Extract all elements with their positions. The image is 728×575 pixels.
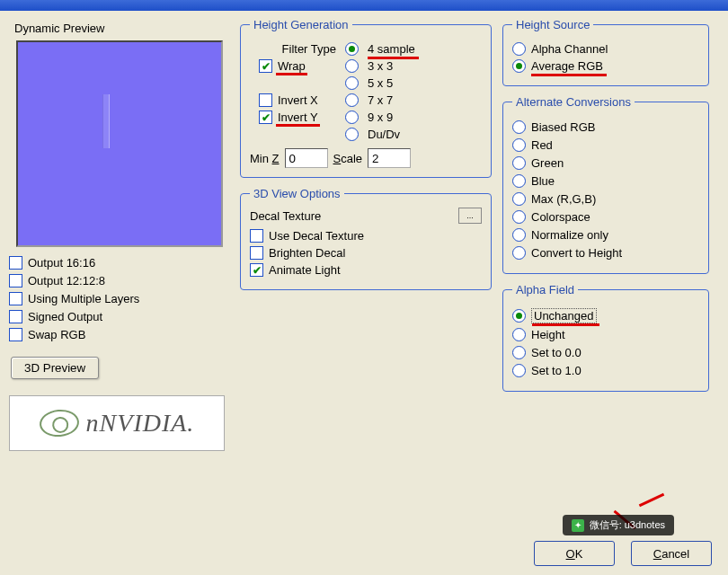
radio-average-rgb[interactable] bbox=[512, 59, 526, 73]
radio-unchanged[interactable] bbox=[512, 309, 526, 323]
label-output-1616: Output 16:16 bbox=[28, 256, 95, 270]
decal-texture-label: Decal Texture bbox=[250, 209, 321, 223]
height-source-legend: Height Source bbox=[512, 18, 593, 31]
checkbox-swap-rgb[interactable] bbox=[9, 328, 22, 341]
radio-red[interactable] bbox=[512, 138, 526, 152]
radio-5x5[interactable] bbox=[345, 76, 359, 90]
watermark: ✦ 微信号: u3dnotes bbox=[563, 515, 674, 535]
radio-biased-rgb[interactable] bbox=[512, 120, 526, 134]
view3d-legend: 3D View Options bbox=[250, 187, 344, 200]
ok-button[interactable]: OK bbox=[534, 541, 615, 566]
alpha-field-legend: Alpha Field bbox=[512, 283, 578, 296]
nvidia-logo: nNVIDIA. bbox=[9, 395, 225, 451]
label-convert-height: Convert to Height bbox=[531, 246, 622, 260]
label-invert-y: Invert Y bbox=[278, 111, 318, 124]
checkbox-invert-x[interactable] bbox=[259, 93, 272, 107]
checkbox-animate-light[interactable] bbox=[250, 263, 263, 277]
label-colorspace: Colorspace bbox=[531, 210, 590, 224]
height-source-group: Height Source Alpha Channel Average RGB bbox=[502, 18, 709, 86]
height-generation-group: Height Generation Filter Type 4 sample W… bbox=[240, 18, 492, 178]
preview-canvas bbox=[16, 40, 223, 247]
checkbox-output-1616[interactable] bbox=[9, 256, 22, 270]
label-invert-x: Invert X bbox=[278, 93, 318, 107]
label-dudv: Du/Dv bbox=[368, 128, 400, 141]
label-multi-layers: Using Multiple Layers bbox=[28, 292, 139, 305]
label-wrap: Wrap bbox=[278, 59, 306, 73]
label-7x7: 7 x 7 bbox=[368, 93, 393, 107]
minz-input[interactable] bbox=[285, 148, 328, 168]
radio-height[interactable] bbox=[512, 328, 526, 341]
radio-3x3[interactable] bbox=[345, 59, 359, 73]
label-average-rgb: Average RGB bbox=[531, 59, 603, 73]
checkbox-wrap[interactable] bbox=[259, 59, 272, 73]
radio-alpha-channel[interactable] bbox=[512, 42, 526, 56]
alpha-field-group: Alpha Field Unchanged Height Set to 0.0 … bbox=[502, 283, 709, 392]
label-height: Height bbox=[531, 328, 565, 341]
label-biased-rgb: Biased RGB bbox=[531, 120, 596, 134]
radio-green[interactable] bbox=[512, 156, 526, 170]
radio-dudv[interactable] bbox=[345, 128, 359, 141]
radio-set-1[interactable] bbox=[512, 364, 526, 377]
radio-normalize[interactable] bbox=[512, 228, 526, 242]
label-normalize: Normalize only bbox=[531, 228, 608, 242]
label-set-1: Set to 1.0 bbox=[531, 364, 582, 377]
label-output-12128: Output 12:12:8 bbox=[28, 274, 105, 288]
checkbox-signed-output[interactable] bbox=[9, 310, 22, 323]
label-set-0: Set to 0.0 bbox=[531, 346, 582, 359]
scale-input[interactable] bbox=[368, 148, 411, 168]
label-swap-rgb: Swap RGB bbox=[28, 328, 85, 341]
label-3x3: 3 x 3 bbox=[368, 59, 393, 73]
checkbox-use-decal[interactable] bbox=[250, 229, 263, 243]
radio-set-0[interactable] bbox=[512, 346, 526, 359]
radio-7x7[interactable] bbox=[345, 93, 359, 107]
nvidia-text: nNVIDIA. bbox=[86, 409, 195, 438]
alternate-conversions-legend: Alternate Conversions bbox=[512, 95, 635, 109]
label-9x9: 9 x 9 bbox=[368, 111, 393, 124]
nvidia-eye-icon bbox=[38, 408, 79, 438]
preview-label: Dynamic Preview bbox=[14, 22, 229, 35]
label-5x5: 5 x 5 bbox=[368, 76, 393, 90]
label-use-decal: Use Decal Texture bbox=[269, 229, 364, 243]
checkbox-invert-y[interactable] bbox=[259, 111, 272, 124]
minz-label: Min Z bbox=[250, 152, 280, 165]
label-alpha-channel: Alpha Channel bbox=[531, 42, 608, 56]
watermark-text: 微信号: u3dnotes bbox=[590, 518, 665, 532]
label-max-rgb: Max (R,G,B) bbox=[531, 192, 596, 206]
radio-colorspace[interactable] bbox=[512, 210, 526, 224]
scale-label: Scale bbox=[333, 152, 363, 165]
alternate-conversions-group: Alternate Conversions Biased RGB Red Gre… bbox=[502, 95, 709, 274]
radio-9x9[interactable] bbox=[345, 111, 359, 124]
preview-3d-button[interactable]: 3D Preview bbox=[11, 357, 99, 379]
label-animate-light: Animate Light bbox=[269, 263, 341, 277]
checkbox-multi-layers[interactable] bbox=[9, 292, 22, 305]
titlebar bbox=[0, 0, 728, 11]
radio-blue[interactable] bbox=[512, 174, 526, 188]
annotation-stroke bbox=[639, 493, 664, 507]
radio-convert-height[interactable] bbox=[512, 246, 526, 260]
label-red: Red bbox=[531, 138, 553, 152]
decal-browse-button[interactable]: ... bbox=[458, 208, 482, 224]
checkbox-brighten-decal[interactable] bbox=[250, 246, 263, 260]
label-unchanged: Unchanged bbox=[531, 308, 597, 323]
label-blue: Blue bbox=[531, 174, 555, 188]
height-generation-legend: Height Generation bbox=[250, 18, 352, 31]
label-brighten-decal: Brighten Decal bbox=[269, 246, 345, 260]
cancel-button[interactable]: Cancel bbox=[631, 541, 712, 566]
label-4-sample: 4 sample bbox=[368, 42, 415, 56]
wechat-icon: ✦ bbox=[572, 519, 584, 532]
view3d-group: 3D View Options Decal Texture ... Use De… bbox=[240, 187, 492, 290]
filter-type-label: Filter Type bbox=[250, 42, 336, 56]
radio-4-sample[interactable] bbox=[345, 42, 359, 56]
label-signed-output: Signed Output bbox=[28, 310, 102, 323]
checkbox-output-12128[interactable] bbox=[9, 274, 22, 288]
label-green: Green bbox=[531, 156, 564, 170]
radio-max-rgb[interactable] bbox=[512, 192, 526, 206]
